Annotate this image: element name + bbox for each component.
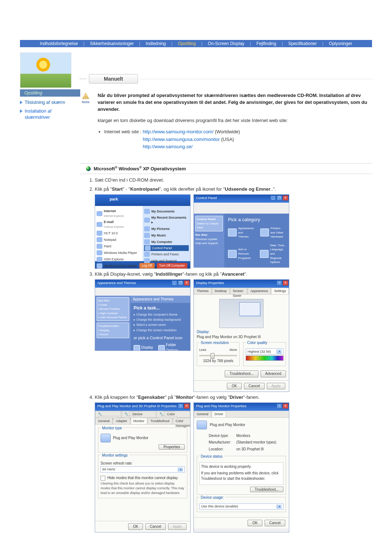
turnoff-button[interactable]: Turn Off Computer (157, 263, 187, 268)
nav-item[interactable]: Oplysninger (327, 41, 354, 46)
web-links-list: Internet web site : http://www.samsung-m… (104, 128, 372, 151)
sidebar-link-connect[interactable]: Tilslutning af skærm (20, 100, 74, 105)
sidebar-link-install-driver[interactable]: Installation af skærmdriver (20, 108, 74, 120)
screenshot-pnp-monitor-props: Plug and Play Monitor Properties ?✕ Gene… (193, 402, 289, 532)
screenshot-control-panel: Control Panel _❐✕ Control PanelSwitch to… (193, 194, 289, 268)
properties-button[interactable]: Properties (159, 444, 185, 450)
section-heading-xp: Microsoft® Windows® XP Operativsystem (79, 163, 372, 174)
screenshot-appearance-themes: Appearance and Themes _❐✕ See Also• Font… (95, 279, 191, 351)
troubleshoot-button[interactable]: Troubleshoot... (225, 370, 258, 377)
ok-button[interactable]: OK (248, 520, 262, 527)
screenshot-start-menu: park InternetInternet Explorer E-mailOut… (95, 194, 191, 269)
monitor-icon (197, 421, 207, 429)
manual-heading-bar: Manuelt (79, 74, 372, 84)
nav-item[interactable]: Fejlfinding (254, 41, 278, 46)
link-samsungusa[interactable]: http://www.samsungusa.com/monitor (143, 137, 220, 142)
ok-button[interactable]: OK (128, 523, 143, 530)
sidebar-hero-image (20, 52, 72, 88)
link-samsung-monitor[interactable]: http://www.samsung-monitor.com/ (143, 129, 213, 134)
step-1: Sæt CD'en ind i CD-ROM drevet. (95, 177, 372, 184)
step-3: Klik på Display-ikonet, vælg "Indstillin… (95, 271, 372, 392)
nav-item[interactable]: Indholdsfortegnelse (38, 41, 80, 46)
cancel-button[interactable]: Cancel (145, 523, 166, 530)
hide-modes-checkbox[interactable] (101, 476, 105, 481)
note-icon: Note (79, 92, 92, 113)
troubleshoot-button[interactable]: Troubleshoot... (250, 487, 283, 492)
resolution-slider[interactable] (199, 355, 237, 356)
note-text: Når du bliver prompted af operativsystem… (98, 92, 372, 113)
globe-icon (86, 166, 91, 171)
step-2: Klik på "Start" - "Kontrolpanel", og kli… (95, 186, 372, 269)
color-quality-select[interactable]: Highest (32 bit)▾ (246, 348, 283, 355)
refresh-rate-select[interactable]: 60 Hertz▾ (101, 466, 185, 473)
nav-item[interactable]: Specifikationer (286, 41, 319, 46)
prep-line: klargør en tom diskette og download driv… (98, 117, 372, 124)
cancel-button[interactable]: Cancel (244, 383, 265, 390)
nav-item[interactable]: On-Screen Display (206, 41, 247, 46)
triangle-icon (20, 101, 23, 104)
monitor-icon (101, 434, 111, 442)
screenshot-display-properties: Display Properties ?✕ Themes Desktop Scr… (193, 279, 289, 392)
pick-task-heading: Pick a task... (134, 305, 160, 311)
top-nav: Indholdsfortegnelse| Sikkerhedsanvisning… (20, 40, 372, 47)
cancel-button[interactable]: Cancel (265, 520, 285, 527)
install-steps: Sæt CD'en ind i CD-ROM drevet. Klik på "… (95, 177, 372, 532)
pick-category-heading: Pick a category (228, 216, 285, 223)
nav-item-active[interactable]: Opstilling (176, 41, 198, 46)
link-samsung-se[interactable]: http://www.samsung.se/ (143, 144, 192, 149)
start-menu-user: park (95, 195, 190, 206)
manual-pill: Manuelt (89, 74, 138, 84)
nav-item[interactable]: Sikkerhedsanvisninger (88, 41, 136, 46)
sidebar-hero-caption: Opstilling (20, 89, 80, 97)
advanced-button[interactable]: Advanced (261, 370, 286, 377)
monitor-preview (219, 299, 264, 328)
triangle-icon (20, 109, 23, 113)
apply-button[interactable]: Apply (168, 523, 187, 530)
ok-button[interactable]: OK (227, 383, 241, 390)
nav-item[interactable]: Indledning (144, 41, 168, 46)
apply-button[interactable]: Apply (267, 383, 285, 390)
logoff-button[interactable]: Log Off (139, 263, 155, 268)
main-content: Manuelt Note Når du bliver prompted af o… (79, 52, 372, 535)
step-4: Klik på knappen for "Egenskaber" på "Mon… (95, 394, 372, 532)
device-usage-select[interactable]: Use this device (enable)▾ (199, 503, 283, 510)
sidebar: Opstilling Tilslutning af skærm Installa… (20, 52, 74, 535)
screenshot-pnp-3dprophet: Plug and Play Monitor and 3D Prophet III… (95, 402, 191, 532)
